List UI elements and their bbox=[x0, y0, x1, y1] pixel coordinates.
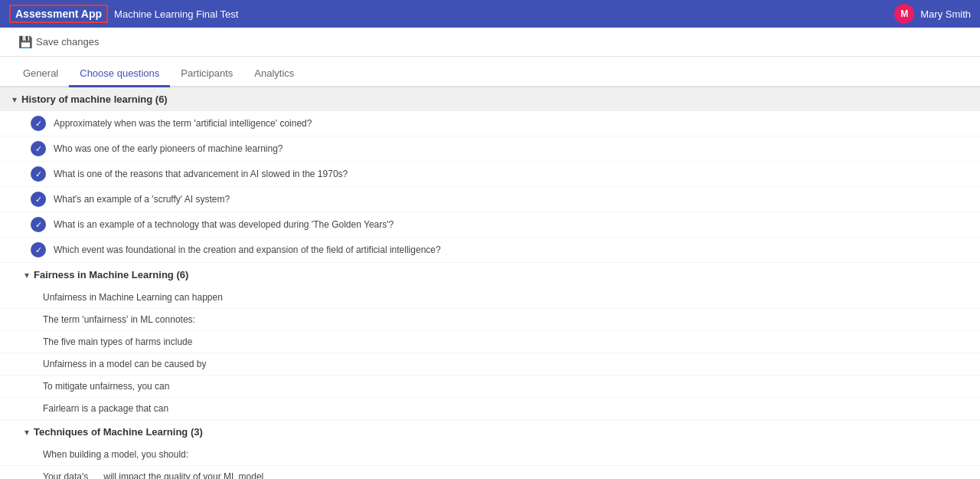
tab-analytics[interactable]: Analytics bbox=[243, 61, 305, 87]
check-circle-icon: ✓ bbox=[31, 166, 46, 182]
question-row[interactable]: ✓Which event was foundational in the cre… bbox=[0, 238, 980, 263]
section-header-history[interactable]: ▾History of machine learning (6) bbox=[0, 87, 980, 111]
content: ▾History of machine learning (6)✓Approxi… bbox=[0, 87, 980, 479]
check-circle-icon: ✓ bbox=[31, 116, 46, 131]
save-button[interactable]: 💾 Save changes bbox=[12, 32, 105, 52]
tab-participants[interactable]: Participants bbox=[170, 61, 243, 87]
question-row[interactable]: ✓What is one of the reasons that advance… bbox=[0, 162, 980, 187]
app-title[interactable]: Assessment App bbox=[9, 5, 108, 23]
section-title-fairness: Fairness in Machine Learning (6) bbox=[34, 269, 188, 281]
header-left: Assessment App Machine Learning Final Te… bbox=[9, 5, 238, 23]
check-circle-icon: ✓ bbox=[31, 242, 46, 258]
section-header-techniques[interactable]: ▾Techniques of Machine Learning (3) bbox=[0, 420, 980, 444]
question-row[interactable]: Your data's __ will impact the quality o… bbox=[0, 466, 980, 479]
chevron-down-icon: ▾ bbox=[24, 270, 29, 281]
section-header-fairness[interactable]: ▾Fairness in Machine Learning (6) bbox=[0, 263, 980, 287]
header: Assessment App Machine Learning Final Te… bbox=[0, 0, 980, 28]
tab-general[interactable]: General bbox=[12, 61, 69, 87]
question-row[interactable]: When building a model, you should: bbox=[0, 444, 980, 466]
user-name: Mary Smith bbox=[920, 8, 971, 20]
question-text: What is one of the reasons that advancem… bbox=[54, 169, 348, 179]
section-title-techniques: Techniques of Machine Learning (3) bbox=[34, 426, 203, 438]
page-title: Machine Learning Final Test bbox=[114, 8, 238, 20]
question-text: Which event was foundational in the crea… bbox=[54, 244, 441, 255]
tab-choose-questions[interactable]: Choose questions bbox=[69, 61, 170, 87]
question-text: Approximately when was the term 'artific… bbox=[54, 118, 312, 129]
save-icon: 💾 bbox=[18, 35, 33, 49]
check-circle-icon: ✓ bbox=[31, 141, 46, 156]
question-row[interactable]: Unfairness in Machine Learning can happe… bbox=[0, 287, 980, 309]
question-row[interactable]: The five main types of harms include bbox=[0, 331, 980, 353]
toolbar: 💾 Save changes bbox=[0, 28, 980, 57]
check-circle-icon: ✓ bbox=[31, 217, 46, 232]
question-text: What is an example of a technology that … bbox=[54, 219, 394, 230]
question-row[interactable]: ✓Who was one of the early pioneers of ma… bbox=[0, 136, 980, 162]
question-row[interactable]: Fairlearn is a package that can bbox=[0, 398, 980, 420]
header-right: M Mary Smith bbox=[894, 4, 971, 24]
question-text: What's an example of a 'scruffy' AI syst… bbox=[54, 194, 230, 205]
question-row[interactable]: ✓What's an example of a 'scruffy' AI sys… bbox=[0, 187, 980, 212]
question-row[interactable]: ✓Approximately when was the term 'artifi… bbox=[0, 111, 980, 136]
chevron-down-icon: ▾ bbox=[24, 427, 29, 438]
save-label: Save changes bbox=[36, 36, 99, 48]
avatar: M bbox=[894, 4, 914, 24]
question-row[interactable]: To mitigate unfairness, you can bbox=[0, 376, 980, 398]
question-row[interactable]: The term 'unfairness' in ML connotes: bbox=[0, 309, 980, 331]
tabs: General Choose questions Participants An… bbox=[0, 57, 980, 87]
question-row[interactable]: Unfairness in a model can be caused by bbox=[0, 353, 980, 376]
check-circle-icon: ✓ bbox=[31, 192, 46, 207]
chevron-down-icon: ▾ bbox=[12, 94, 17, 105]
question-text: Who was one of the early pioneers of mac… bbox=[54, 143, 283, 154]
question-row[interactable]: ✓What is an example of a technology that… bbox=[0, 212, 980, 238]
section-title-history: History of machine learning (6) bbox=[21, 94, 168, 105]
